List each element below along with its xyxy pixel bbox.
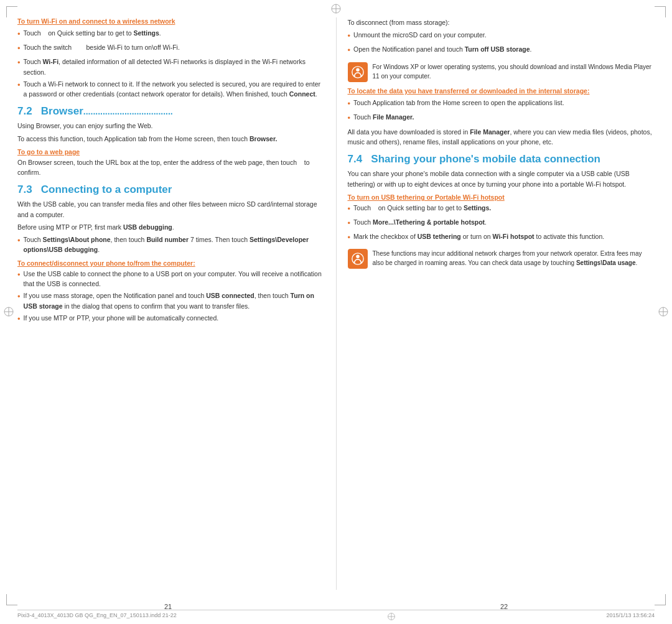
sharing-intro: You can share your phone's mobile data c… bbox=[348, 169, 655, 189]
locate-section: To locate the data you have transferred … bbox=[348, 87, 655, 147]
right-column: To disconnect (from mass storage): • Unm… bbox=[337, 17, 655, 590]
info-box-1-text: For Windows XP or lower operating system… bbox=[373, 62, 655, 81]
wifi-section: To turn Wi-Fi on and connect to a wirele… bbox=[17, 17, 325, 99]
footer-reg-mark bbox=[387, 612, 396, 621]
info-icon-1 bbox=[348, 62, 368, 82]
info-box-2: These functions may incur additional net… bbox=[348, 249, 655, 269]
browser-intro: Using Browser, you can enjoy surfing the… bbox=[17, 121, 325, 131]
svg-point-9 bbox=[356, 68, 360, 72]
locate-bullet-1-text: Touch Application tab from the Home scre… bbox=[353, 98, 655, 108]
wifi-heading: To turn Wi-Fi on and connect to a wirele… bbox=[17, 17, 325, 25]
locate-description: All data you have downloaded is stored i… bbox=[348, 127, 655, 147]
info-box-2-text: These functions may incur additional net… bbox=[373, 249, 655, 268]
main-columns: To turn Wi-Fi on and connect to a wirele… bbox=[17, 17, 655, 590]
reg-mark-top bbox=[330, 3, 342, 16]
wifi-bullet-2: • Touch the switch beside Wi-Fi to turn … bbox=[17, 42, 325, 55]
bullet-dot: • bbox=[348, 203, 351, 215]
sharing-section: 7.4 Sharing your phone's mobile data con… bbox=[348, 153, 655, 269]
tethering-heading: To turn on USB tethering or Portable Wi-… bbox=[348, 193, 655, 201]
disconnect-bullet-1: • Unmount the microSD card on your compu… bbox=[348, 30, 655, 42]
tethering-bullet-3: • Mark the checkbox of USB tethering or … bbox=[348, 231, 655, 244]
wifi-bullet-3-text: Touch Wi-Fi, detailed information of all… bbox=[24, 57, 325, 77]
info-icon-2 bbox=[348, 249, 368, 269]
corner-tr bbox=[655, 6, 666, 17]
disconnect-text: To disconnect (from mass storage): bbox=[348, 17, 655, 27]
page-container: To turn Wi-Fi on and connect to a wirele… bbox=[0, 0, 672, 624]
disconnect-bullet-1-text: Unmount the microSD card on your compute… bbox=[353, 30, 655, 40]
reg-mark-right bbox=[658, 306, 669, 319]
locate-bullet-2: • Touch File Manager. bbox=[348, 112, 655, 124]
footer-right: 2015/1/13 13:56:24 bbox=[606, 612, 655, 621]
wifi-bullet-1: • Touch on Quick setting bar to get to S… bbox=[17, 28, 325, 40]
bullet-dot: • bbox=[348, 231, 351, 244]
bullet-dot: • bbox=[17, 313, 21, 325]
connect-bullet-1: • Use the USB cable to connect the phone… bbox=[17, 269, 325, 289]
locate-bullet-2-text: Touch File Manager. bbox=[353, 112, 655, 122]
connect-bullet-2: • If you use mass storage, open the Noti… bbox=[17, 291, 325, 311]
browser-chapter-heading: 7.2 Browser.............................… bbox=[17, 105, 325, 118]
corner-tl bbox=[6, 6, 17, 17]
browser-subtext: On Browser screen, touch the URL box at … bbox=[17, 157, 325, 178]
bullet-dot: • bbox=[348, 30, 351, 42]
bullet-dot: • bbox=[17, 235, 21, 247]
disconnect-bullet-2-text: Open the Notification panel and touch Tu… bbox=[353, 44, 655, 54]
info-box-1: For Windows XP or lower operating system… bbox=[348, 62, 655, 82]
connecting-chapter-title: Connecting to a computer bbox=[41, 184, 172, 195]
wifi-bullet-4-text: Touch a Wi-Fi network to connect to it. … bbox=[24, 79, 325, 100]
connecting-intro: With the USB cable, you can transfer med… bbox=[17, 199, 325, 220]
sharing-chapter-title: Sharing your phone's mobile data connect… bbox=[371, 153, 600, 165]
bullet-dot: • bbox=[17, 57, 21, 69]
bullet-dot: • bbox=[348, 112, 351, 124]
wifi-bullet-4: • Touch a Wi-Fi network to connect to it… bbox=[17, 79, 325, 100]
sharing-chapter-num: 7.4 bbox=[348, 153, 363, 165]
connect-bullet-2-text: If you use mass storage, open the Notifi… bbox=[24, 291, 325, 311]
connecting-chapter-heading: 7.3 Connecting to a computer bbox=[17, 184, 325, 196]
browser-subheading: To go to a web page bbox=[17, 148, 325, 156]
wifi-bullet-2-text: Touch the switch beside Wi-Fi to turn on… bbox=[24, 42, 325, 52]
footer: Pixi3-4_4013X_4013D GB QG_Eng_EN_07_1501… bbox=[17, 610, 655, 621]
disconnect-bullet-2: • Open the Notification panel and touch … bbox=[348, 44, 655, 57]
connect-bullet-3-text: If you use MTP or PTP, your phone will b… bbox=[24, 313, 325, 323]
locate-bullet-1: • Touch Application tab from the Home sc… bbox=[348, 98, 655, 110]
browser-dots: ..................................... bbox=[83, 106, 173, 116]
bullet-dot: • bbox=[17, 291, 21, 303]
connecting-section: 7.3 Connecting to a computer With the US… bbox=[17, 184, 325, 325]
tethering-bullet-2: • Touch More...\Tethering & portable hot… bbox=[348, 217, 655, 230]
tethering-bullet-3-text: Mark the checkbox of USB tethering or tu… bbox=[353, 231, 655, 241]
reg-mark-left bbox=[3, 306, 14, 319]
footer-left: Pixi3-4_4013X_4013D GB QG_Eng_EN_07_1501… bbox=[17, 612, 177, 621]
tethering-bullet-1-text: Touch on Quick setting bar to get to Set… bbox=[353, 203, 655, 213]
connecting-chapter-num: 7.3 bbox=[17, 184, 32, 195]
browser-access: To access this function, touch Applicati… bbox=[17, 134, 325, 144]
browser-chapter-title: Browser bbox=[41, 105, 83, 117]
locate-heading: To locate the data you have transferred … bbox=[348, 87, 655, 95]
svg-point-11 bbox=[356, 255, 360, 259]
connect-bullet-3: • If you use MTP or PTP, your phone will… bbox=[17, 313, 325, 325]
tethering-bullet-1: • Touch on Quick setting bar to get to S… bbox=[348, 203, 655, 215]
connect-bullet-1-text: Use the USB cable to connect the phone t… bbox=[24, 269, 325, 289]
sharing-chapter-heading: 7.4 Sharing your phone's mobile data con… bbox=[348, 153, 655, 165]
bullet-dot: • bbox=[348, 44, 351, 57]
connecting-debug: Before using MTP or PTP, first mark USB … bbox=[17, 222, 325, 232]
bullet-dot: • bbox=[17, 42, 21, 55]
connecting-bullet-1-text: Touch Settings\About phone, then touch B… bbox=[24, 235, 325, 255]
bullet-dot: • bbox=[348, 217, 351, 230]
wifi-bullet-1-text: Touch on Quick setting bar to get to Set… bbox=[24, 28, 325, 38]
bullet-dot: • bbox=[17, 269, 21, 281]
left-column: To turn Wi-Fi on and connect to a wirele… bbox=[17, 17, 337, 590]
connect-disconnect-heading: To connect/disconnect your phone to/from… bbox=[17, 259, 325, 267]
connecting-bullet-1: • Touch Settings\About phone, then touch… bbox=[17, 235, 325, 255]
wifi-bullet-3: • Touch Wi-Fi, detailed information of a… bbox=[17, 57, 325, 77]
browser-section: 7.2 Browser.............................… bbox=[17, 105, 325, 177]
bullet-dot: • bbox=[17, 28, 21, 40]
browser-chapter-num: 7.2 bbox=[17, 105, 32, 117]
bullet-dot: • bbox=[348, 98, 351, 110]
tethering-bullet-2-text: Touch More...\Tethering & portable hotsp… bbox=[353, 217, 655, 227]
bullet-dot: • bbox=[17, 79, 21, 91]
